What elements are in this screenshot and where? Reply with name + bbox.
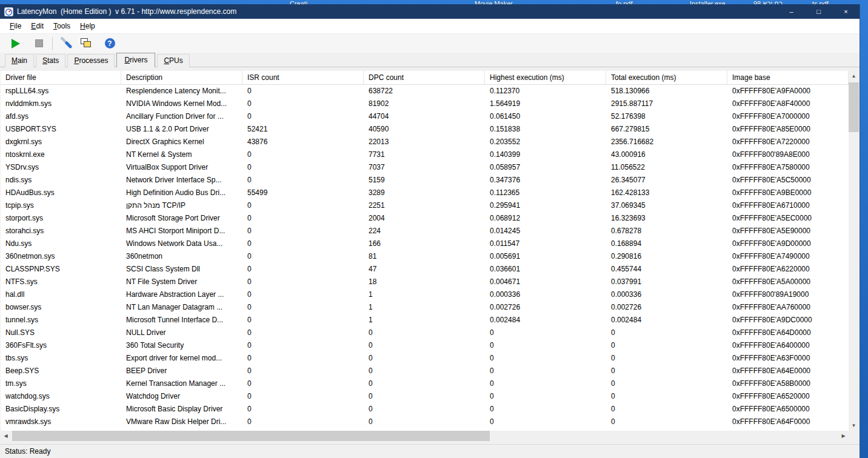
table-cell: מנהל התקן TCP/IP xyxy=(121,199,242,212)
tab-stats[interactable]: Stats xyxy=(36,54,65,67)
stop-button[interactable] xyxy=(32,36,46,51)
menu-edit[interactable]: Edit xyxy=(26,19,48,33)
table-row[interactable]: HDAudBus.sysHigh Definition Audio Bus Dr… xyxy=(1,187,849,199)
vertical-scrollbar[interactable]: ▲ ▼ xyxy=(849,71,859,431)
drivers-table: Driver fileDescriptionISR countDPC count… xyxy=(1,71,859,441)
desktop-right-strip xyxy=(860,0,868,458)
tab-cpus[interactable]: CPUs xyxy=(157,54,189,67)
table-cell: 0 xyxy=(606,339,727,352)
tab-drivers[interactable]: Drivers xyxy=(116,53,155,67)
table-row[interactable]: tm.sysKernel Transaction Manager ...0000… xyxy=(1,377,849,390)
table-row[interactable]: tcpip.sysמנהל התקן TCP/IP022510.29594137… xyxy=(1,199,849,212)
table-cell: rspLLL64.sys xyxy=(1,85,121,98)
play-button[interactable] xyxy=(8,36,23,51)
table-row[interactable]: CLASSPNP.SYSSCSI Class System Dll0470.03… xyxy=(1,263,849,276)
column-header[interactable]: Highest execution (ms) xyxy=(485,71,606,84)
table-cell: 0xFFFFF80E'A6400000 xyxy=(727,339,849,352)
table-row[interactable]: NTFS.sysNT File System Driver0180.004671… xyxy=(1,276,849,288)
table-row[interactable]: hal.dllHardware Abstraction Layer ...010… xyxy=(1,288,849,301)
tab-main[interactable]: Main xyxy=(5,54,34,67)
table-row[interactable]: watchdog.sysWatchdog Driver00000xFFFFF80… xyxy=(1,390,849,403)
table-row[interactable]: storahci.sysMS AHCI Storport Miniport D.… xyxy=(1,225,849,237)
column-header[interactable]: Total execution (ms) xyxy=(606,71,727,84)
table-cell: 0.140399 xyxy=(485,148,606,161)
table-row[interactable]: nvlddmkm.sysNVIDIA Windows Kernel Mod...… xyxy=(1,98,849,110)
horizontal-scrollbar[interactable]: ◀ ▶ xyxy=(1,431,849,441)
table-cell: 0xFFFFF80E'A7220000 xyxy=(727,136,849,148)
table-row[interactable]: YSDrv.sysVirtualBox Support Driver070370… xyxy=(1,161,849,174)
table-row[interactable]: dxgkrnl.sysDirectX Graphics Kernel438762… xyxy=(1,136,849,148)
desktop-icon-label: Creati... xyxy=(290,0,313,4)
table-cell: 638722 xyxy=(364,85,485,98)
table-row[interactable]: 360netmon.sys360netmon0810.0056910.29081… xyxy=(1,250,849,263)
table-row[interactable]: storport.sysMicrosoft Storage Port Drive… xyxy=(1,212,849,225)
table-row[interactable]: vmrawdsk.sysVMware Raw Disk Helper Dri..… xyxy=(1,416,849,428)
table-cell: 0xFFFFF80E'A7580000 xyxy=(727,161,849,174)
table-cell: 0.112370 xyxy=(485,85,606,98)
table-row[interactable]: bowser.sysNT Lan Manager Datagram ...010… xyxy=(1,301,849,314)
menu-help[interactable]: Help xyxy=(75,19,100,33)
maximize-button[interactable]: □ xyxy=(805,4,832,19)
tab-processes[interactable]: Processes xyxy=(67,54,115,67)
table-cell: 0.037991 xyxy=(606,276,727,288)
wrench-icon xyxy=(60,36,72,51)
table-cell: 2915.887117 xyxy=(606,98,727,110)
table-row[interactable]: BasicDisplay.sysMicrosoft Basic Display … xyxy=(1,403,849,416)
table-cell: 0 xyxy=(364,327,485,339)
table-cell: 0 xyxy=(242,85,364,98)
table-row[interactable]: ndis.sysNetwork Driver Interface Sp...05… xyxy=(1,174,849,187)
close-button[interactable]: × xyxy=(832,4,860,19)
table-row[interactable]: Null.SYSNULL Driver00000xFFFFF80E'A64D00… xyxy=(1,327,849,339)
table-cell: YSDrv.sys xyxy=(1,161,121,174)
table-cell: 0.002726 xyxy=(606,301,727,314)
copy-icon xyxy=(79,36,92,51)
help-button[interactable]: ? xyxy=(102,36,117,51)
table-row[interactable]: 360FsFlt.sys360 Total Security00000xFFFF… xyxy=(1,339,849,352)
table-row[interactable]: tbs.sysExport driver for kernel mod...00… xyxy=(1,352,849,365)
table-cell: tm.sys xyxy=(1,377,121,390)
table-row[interactable]: afd.sysAncillary Function Driver for ...… xyxy=(1,110,849,123)
column-header[interactable]: Description xyxy=(121,71,242,84)
question-icon: ? xyxy=(105,38,115,48)
table-row[interactable]: tunnel.sysMicrosoft Tunnel Interface D..… xyxy=(1,314,849,327)
table-row[interactable]: USBPORT.SYSUSB 1.1 & 2.0 Port Driver5242… xyxy=(1,123,849,136)
menu-file[interactable]: File xyxy=(5,19,26,33)
copy-report-button[interactable] xyxy=(78,36,93,51)
tab-page-drivers: Driver fileDescriptionISR countDPC count… xyxy=(0,67,860,444)
table-row[interactable]: Beep.SYSBEEP Driver00000xFFFFF80E'A64E00… xyxy=(1,365,849,377)
scroll-left-arrow-icon[interactable]: ◀ xyxy=(1,431,11,441)
table-cell: 0.168894 xyxy=(606,237,727,250)
table-cell: 0xFFFFF80E'A7490000 xyxy=(727,250,849,263)
table-row[interactable]: rspLLL64.sysResplendence Latency Monit..… xyxy=(1,85,849,98)
vertical-scroll-thumb[interactable] xyxy=(849,82,859,132)
table-cell: 0xFFFFF80E'A5A00000 xyxy=(727,276,849,288)
minimize-button[interactable]: – xyxy=(778,4,805,19)
table-cell: 0 xyxy=(242,314,364,327)
column-header[interactable]: Driver file xyxy=(1,71,121,84)
column-header[interactable]: DPC count xyxy=(364,71,485,84)
table-cell: 0.151838 xyxy=(485,123,606,136)
column-header[interactable]: Image base xyxy=(727,71,849,84)
scroll-right-arrow-icon[interactable]: ▶ xyxy=(838,431,849,441)
table-cell: 0xFFFFF80E'A6520000 xyxy=(727,390,849,403)
toolbar: ? xyxy=(0,34,860,53)
menu-tools[interactable]: Tools xyxy=(48,19,75,33)
desktop-top-strip: Creati...Movie Makerfo.pdfInstaller.exeב… xyxy=(0,0,868,4)
scroll-up-arrow-icon[interactable]: ▲ xyxy=(849,71,859,81)
table-cell: MS AHCI Storport Miniport D... xyxy=(121,225,242,237)
table-cell: 0xFFFFF80E'A7000000 xyxy=(727,110,849,123)
table-cell: 0 xyxy=(242,403,364,416)
table-cell: 0.678278 xyxy=(606,225,727,237)
table-cell: NT File System Driver xyxy=(121,276,242,288)
horizontal-scroll-thumb[interactable] xyxy=(12,431,490,441)
table-cell: USB 1.1 & 2.0 Port Driver xyxy=(121,123,242,136)
column-header[interactable]: ISR count xyxy=(242,71,364,84)
table-row[interactable]: ntoskrnl.exeNT Kernel & System077310.140… xyxy=(1,148,849,161)
table-cell: 0 xyxy=(485,365,606,377)
scroll-down-arrow-icon[interactable]: ▼ xyxy=(849,420,859,431)
table-cell: 0.002484 xyxy=(485,314,606,327)
table-cell: 0 xyxy=(364,339,485,352)
table-cell: 0 xyxy=(242,327,364,339)
options-button[interactable] xyxy=(59,36,73,51)
table-row[interactable]: Ndu.sysWindows Network Data Usa...01660.… xyxy=(1,237,849,250)
